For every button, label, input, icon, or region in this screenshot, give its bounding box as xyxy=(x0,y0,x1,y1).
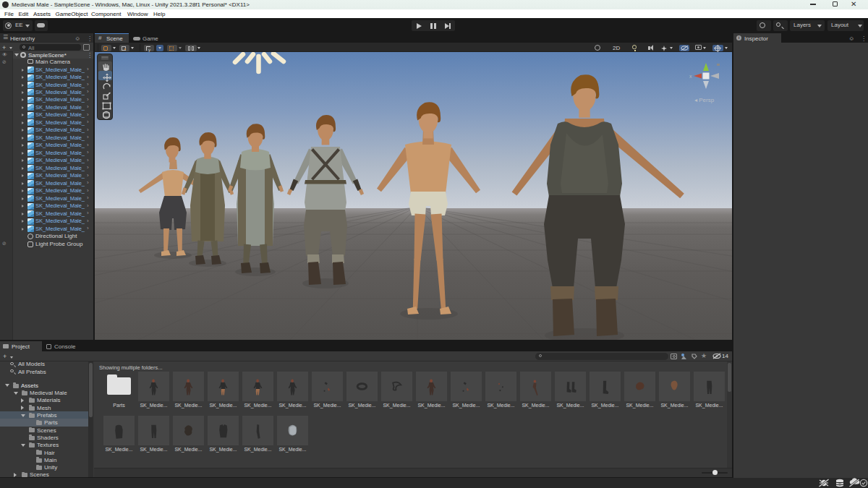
svg-text:x: x xyxy=(689,74,692,79)
svg-text:◂ Persp: ◂ Persp xyxy=(694,97,715,103)
